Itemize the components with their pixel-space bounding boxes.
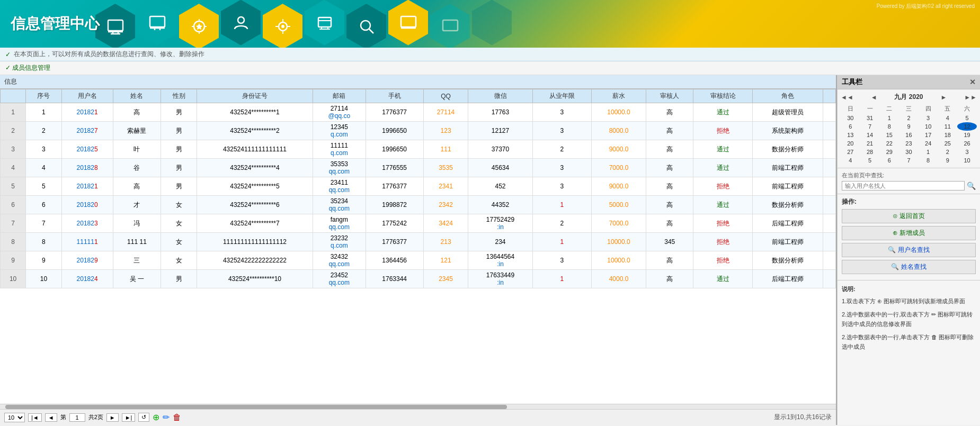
calendar-day[interactable]: 9 — [938, 156, 958, 165]
calendar-day[interactable]: 14 — [860, 131, 880, 139]
calendar-day[interactable]: 10 — [919, 122, 938, 131]
calendar-day[interactable]: 20 — [841, 139, 860, 148]
calendar-day[interactable]: 22 — [879, 139, 899, 148]
data-table-container[interactable]: 序号 用户名 姓名 性别 身份证号 邮箱 手机 QQ 微信 从业年限 薪水 审核… — [0, 89, 836, 404]
row-years: 2 — [532, 140, 591, 159]
calendar-day[interactable]: 28 — [860, 148, 880, 156]
calendar-day[interactable]: 30 — [899, 148, 919, 156]
calendar-day[interactable]: 6 — [879, 156, 899, 165]
col-header-salary: 薪水 — [592, 89, 646, 103]
calendar-weekday: 六 — [957, 104, 977, 114]
calendar-day[interactable]: 18 — [938, 131, 958, 139]
calendar-day[interactable]: 17 — [919, 131, 938, 139]
calendar-day[interactable]: 16 — [899, 131, 919, 139]
ops-btn[interactable]: 🔍 姓名查找 — [842, 260, 976, 274]
cal-next2-btn[interactable]: ►► — [964, 94, 977, 101]
app-title: 信息管理中心 — [11, 14, 100, 34]
table-row[interactable]: 2 2 201827 索赫里 男 432524**********2 12345… — [1, 122, 836, 140]
horizontal-scrollbar[interactable] — [0, 404, 836, 409]
ops-btn[interactable]: 🔍 用户名查找 — [842, 243, 976, 257]
calendar-day[interactable]: 21 — [860, 139, 880, 148]
cal-prev2-btn[interactable]: ◄◄ — [841, 94, 853, 101]
calendar-day[interactable]: 19 — [957, 131, 977, 139]
table-row[interactable]: 10 10 201824 吴 一 男 432524**********10 23… — [1, 270, 836, 288]
row-phone: 1776377 — [366, 103, 423, 122]
calendar-day[interactable]: 23 — [899, 139, 919, 148]
row-extra — [823, 103, 836, 122]
calendar-day[interactable]: 29 — [879, 148, 899, 156]
calendar-day[interactable]: 3 — [957, 148, 977, 156]
calendar-day[interactable]: 10 — [957, 156, 977, 165]
table-header-row: 序号 用户名 姓名 性别 身份证号 邮箱 手机 QQ 微信 从业年限 薪水 审核… — [1, 89, 836, 103]
row-username: 201827 — [61, 122, 113, 140]
calendar-day[interactable]: 26 — [957, 139, 977, 148]
calendar-week-row: 20212223242526 — [841, 139, 977, 148]
row-name: 索赫里 — [113, 122, 161, 140]
col-header-username: 用户名 — [61, 89, 113, 103]
calendar-day[interactable]: 8 — [879, 122, 899, 131]
calendar-day[interactable]: 7 — [860, 122, 880, 131]
calendar-day[interactable]: 1 — [879, 114, 899, 122]
calendar-day[interactable]: 6 — [841, 122, 860, 131]
cal-next-btn[interactable]: ► — [940, 94, 947, 101]
calendar-day[interactable]: 11 — [938, 122, 958, 131]
row-reviewer: 高 — [646, 251, 693, 270]
row-qq: 213 — [423, 233, 468, 251]
calendar-day[interactable]: 8 — [919, 156, 938, 165]
refresh-btn[interactable]: ↺ — [138, 413, 149, 422]
calendar-day[interactable]: 4 — [938, 114, 958, 122]
row-wechat: 44352 — [468, 196, 532, 214]
first-page-btn[interactable]: |◄ — [28, 413, 42, 422]
calendar-day[interactable]: 13 — [841, 131, 860, 139]
table-row[interactable]: 4 4 201828 谷 男 432524**********4 35353qq… — [1, 159, 836, 177]
calendar-day[interactable]: 4 — [841, 156, 860, 165]
calendar-body[interactable]: 3031123456789101112131415161718192021222… — [841, 114, 977, 165]
ops-btn[interactable]: ⊕ 新增成员 — [842, 226, 976, 240]
table-row[interactable]: 5 5 201821 高 男 432524**********5 23411qq… — [1, 177, 836, 196]
search-input[interactable] — [842, 181, 965, 191]
ops-btn[interactable]: ⊙ 返回首页 — [842, 209, 976, 223]
calendar-day[interactable]: 27 — [841, 148, 860, 156]
calendar-day[interactable]: 2 — [938, 148, 958, 156]
page-number-input[interactable] — [69, 413, 85, 422]
table-row[interactable]: 1 1 201821 高 男 432524**********1 27114@q… — [1, 103, 836, 122]
calendar-day[interactable]: 3 — [919, 114, 938, 122]
table-row[interactable]: 7 7 201823 冯 女 432524**********7 fangmqq… — [1, 214, 836, 233]
search-icon-btn[interactable]: 🔍 — [967, 182, 976, 190]
exp-title: 说明: — [842, 285, 976, 294]
calendar-day[interactable]: 12 — [957, 122, 977, 131]
edit-icon-btn[interactable]: ✏ — [163, 412, 170, 422]
svg-rect-30 — [443, 20, 458, 31]
page-size-select[interactable]: 10 5 20 50 — [4, 413, 25, 422]
calendar-day[interactable]: 30 — [841, 114, 860, 122]
row-name: 高 — [113, 103, 161, 122]
row-email: fangmqq.com — [313, 214, 366, 233]
row-username: 201823 — [61, 214, 113, 233]
calendar-month-label: 九月 2020 — [894, 93, 923, 102]
calendar-day[interactable]: 31 — [860, 114, 880, 122]
calendar-day[interactable]: 25 — [938, 139, 958, 148]
add-icon-btn[interactable]: ⊕ — [153, 412, 159, 422]
table-row[interactable]: 3 3 201825 叶 男 432524111111111111 11111q… — [1, 140, 836, 159]
table-row[interactable]: 9 9 201829 三 女 432524222222222222 32432q… — [1, 251, 836, 270]
last-page-btn[interactable]: ►| — [122, 413, 136, 422]
calendar-day[interactable]: 24 — [919, 139, 938, 148]
calendar-day[interactable]: 2 — [899, 114, 919, 122]
prev-page-btn[interactable]: ◄ — [45, 413, 57, 422]
table-row[interactable]: 6 6 201820 才 女 432524**********6 35234qq… — [1, 196, 836, 214]
next-page-btn[interactable]: ► — [106, 413, 119, 422]
panel-close-btn[interactable]: ✕ — [969, 78, 976, 86]
calendar-day[interactable]: 5 — [957, 114, 977, 122]
table-row[interactable]: 8 8 111111 111 11 女 111111111111111112 2… — [1, 233, 836, 251]
delete-icon-btn[interactable]: 🗑 — [173, 413, 181, 422]
calendar-day[interactable]: 1 — [919, 148, 938, 156]
row-gender: 男 — [161, 140, 197, 159]
data-table: 序号 用户名 姓名 性别 身份证号 邮箱 手机 QQ 微信 从业年限 薪水 审核… — [0, 89, 836, 288]
calendar-day[interactable]: 7 — [899, 156, 919, 165]
calendar-day[interactable]: 9 — [899, 122, 919, 131]
cal-prev-btn[interactable]: ◄ — [871, 94, 877, 101]
calendar-day[interactable]: 15 — [879, 131, 899, 139]
calendar-day[interactable]: 5 — [860, 156, 880, 165]
hex-icon-10 — [472, 0, 512, 46]
col-header-years: 从业年限 — [532, 89, 591, 103]
